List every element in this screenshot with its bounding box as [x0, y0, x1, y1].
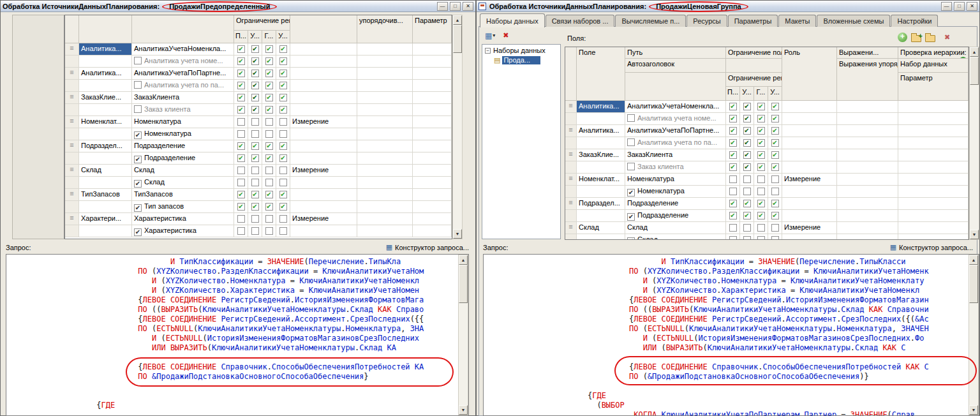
restriction-checkbox[interactable]: ✔ [771, 115, 779, 123]
restriction-checkbox[interactable]: ✔ [729, 151, 737, 159]
field-path-cell[interactable]: АналитикаУчетаНоменкла... [625, 101, 726, 113]
restriction-checkbox[interactable] [265, 167, 273, 174]
auto-title-checkbox[interactable]: ✔ [134, 156, 142, 163]
role-cell[interactable] [782, 198, 837, 210]
auto-title-cell[interactable]: Аналитика учета номе... [625, 113, 726, 125]
role-cell[interactable] [290, 140, 357, 152]
minimize-button[interactable]: — [437, 2, 448, 11]
restriction-checkbox[interactable]: ✔ [265, 45, 273, 53]
restriction-checkbox[interactable]: ✔ [237, 154, 245, 162]
restriction-checkbox[interactable] [265, 215, 273, 223]
scroll-up-button[interactable]: ▲ [970, 47, 979, 57]
order-expr-cell[interactable] [357, 140, 413, 152]
auto-title-checkbox[interactable]: ✔ [627, 213, 635, 221]
order-expr-cell[interactable] [837, 210, 898, 222]
field-row[interactable]: ≡Номенклат...НоменклатураИзмерение [565, 174, 969, 186]
auto-title-cell[interactable]: ✔Склад [625, 234, 726, 240]
auto-title-cell[interactable]: Аналитика учета по па... [132, 80, 234, 92]
field-name-cell[interactable] [79, 152, 132, 165]
parameter-cell[interactable] [413, 152, 452, 165]
auto-title-checkbox[interactable]: ✔ [627, 237, 635, 240]
auto-title-cell[interactable]: Заказ клиента [625, 161, 726, 174]
restriction-checkbox[interactable] [743, 236, 751, 240]
field-row[interactable]: ≡ЗаказКлие...ЗаказКлиента✔✔✔✔ [565, 149, 969, 161]
parameter-cell[interactable] [898, 210, 969, 222]
tab-1[interactable]: Наборы данных [480, 13, 545, 27]
restriction-checkbox[interactable]: ✔ [757, 115, 765, 123]
restriction-checkbox[interactable]: ✔ [251, 57, 259, 65]
scroll-thumb[interactable] [969, 265, 978, 303]
role-cell[interactable]: Измерение [782, 222, 837, 234]
restriction-checkbox[interactable]: ✔ [251, 82, 259, 89]
titlebar-right[interactable]: Обработка ИсточникиДанныхПланирования: П… [477, 1, 979, 12]
maximize-button[interactable]: □ [954, 2, 965, 11]
order-expr-cell[interactable] [357, 128, 413, 140]
parameter-cell[interactable] [898, 222, 969, 234]
auto-title-cell[interactable]: ✔Подразделение [132, 152, 234, 165]
field-name-cell[interactable] [79, 225, 132, 237]
restriction-checkbox[interactable] [237, 215, 245, 223]
auto-title-row[interactable]: ✔Номенклатура [565, 186, 969, 198]
role-cell[interactable] [290, 92, 357, 104]
role-cell[interactable] [290, 177, 357, 189]
restriction-checkbox[interactable] [757, 236, 765, 240]
restriction-checkbox[interactable] [771, 188, 779, 195]
restriction-checkbox[interactable]: ✔ [265, 191, 273, 198]
restriction-checkbox[interactable]: ✔ [251, 106, 259, 114]
order-expr-cell[interactable] [837, 222, 898, 234]
field-path-cell[interactable]: АналитикаУчетаНоменкла... [132, 43, 234, 56]
restriction-checkbox[interactable]: ✔ [237, 191, 245, 198]
restriction-checkbox[interactable]: ✔ [729, 163, 737, 171]
role-cell[interactable] [782, 125, 837, 137]
auto-title-row[interactable]: ✔Номенклатура [65, 128, 452, 140]
restriction-checkbox[interactable] [251, 130, 259, 138]
restriction-checkbox[interactable]: ✔ [279, 45, 287, 53]
parameter-cell[interactable] [413, 165, 452, 177]
scroll-down-button[interactable]: ▼ [970, 230, 979, 239]
order-expr-cell[interactable] [837, 234, 898, 240]
add-field-icon[interactable]: + [898, 33, 907, 42]
restriction-checkbox[interactable]: ✔ [771, 103, 779, 110]
field-row[interactable]: ≡Аналитика...АналитикаУчетаНоменкла...✔✔… [65, 43, 452, 56]
tab-2[interactable]: Связи наборов ... [546, 15, 615, 27]
auto-title-checkbox[interactable] [627, 163, 635, 170]
restriction-checkbox[interactable]: ✔ [757, 200, 765, 207]
field-path-cell[interactable]: Номенклатура [625, 174, 726, 186]
restriction-checkbox[interactable]: ✔ [729, 139, 737, 147]
order-expr-cell[interactable] [357, 201, 413, 213]
auto-title-checkbox[interactable] [134, 105, 142, 113]
tree-node-root[interactable]: − Наборы данных [482, 45, 560, 56]
role-cell[interactable] [782, 210, 837, 222]
close-button[interactable]: ✕ [967, 2, 977, 11]
field-name-cell[interactable] [577, 210, 625, 222]
field-name-cell[interactable]: Характери... [79, 213, 132, 225]
query-scrollbar[interactable]: ▲ ▼ [969, 255, 979, 415]
auto-title-cell[interactable]: ✔Подразделение [625, 210, 726, 222]
restriction-checkbox[interactable]: ✔ [729, 200, 737, 207]
close-button[interactable]: ✕ [463, 2, 473, 11]
role-cell[interactable]: Измерение [290, 213, 357, 225]
field-row[interactable]: ≡ЗаказКлие...ЗаказКлиента✔✔✔✔ [65, 92, 452, 104]
order-expr-cell[interactable] [357, 104, 413, 116]
auto-title-row[interactable]: Заказ клиента✔✔✔✔ [65, 104, 452, 116]
restriction-checkbox[interactable]: ✔ [757, 127, 765, 135]
field-name-cell[interactable]: Аналитика... [79, 43, 132, 56]
auto-title-row[interactable]: ✔Подразделение✔✔✔✔ [65, 152, 452, 165]
restriction-checkbox[interactable] [279, 167, 287, 174]
restriction-checkbox[interactable]: ✔ [251, 94, 259, 101]
restriction-checkbox[interactable]: ✔ [279, 203, 287, 211]
auto-title-cell[interactable]: Аналитика учета номе... [132, 56, 234, 68]
auto-title-row[interactable]: ✔Склад [65, 177, 452, 189]
restriction-checkbox[interactable]: ✔ [757, 103, 765, 110]
restriction-checkbox[interactable]: ✔ [265, 70, 273, 77]
restriction-checkbox[interactable] [237, 118, 245, 126]
parameter-cell[interactable] [898, 198, 969, 210]
restriction-checkbox[interactable]: ✔ [757, 163, 765, 171]
auto-title-checkbox[interactable] [134, 57, 142, 64]
auto-title-checkbox[interactable] [627, 138, 635, 146]
restriction-checkbox[interactable] [279, 118, 287, 126]
auto-title-cell[interactable]: ✔Характеристика [132, 225, 234, 237]
tab-6[interactable]: Макеты [778, 15, 816, 27]
auto-title-checkbox[interactable]: ✔ [627, 189, 635, 197]
restriction-checkbox[interactable] [757, 175, 765, 183]
